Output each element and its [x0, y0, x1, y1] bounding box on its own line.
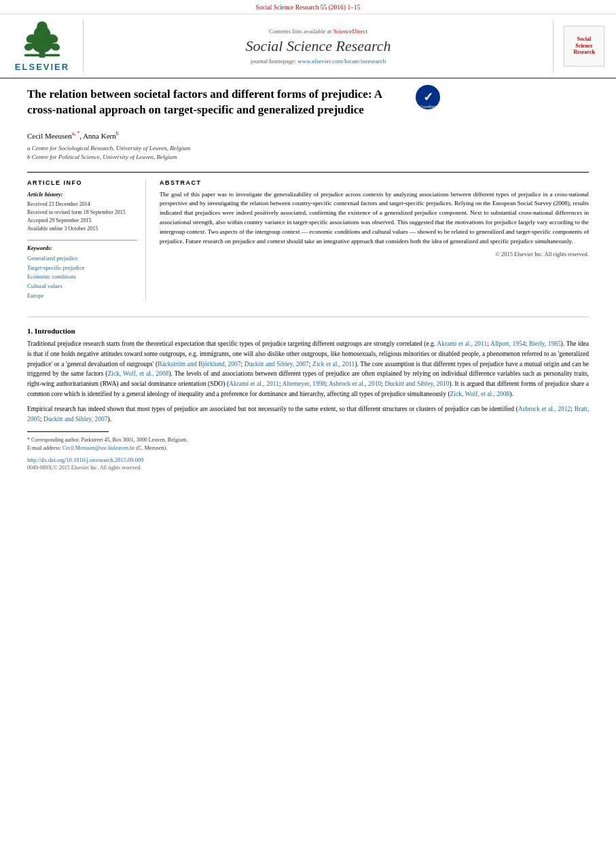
ref-duckitt-2010[interactable]: Duckitt and Sibley, 2010 [385, 380, 450, 387]
revised-date: Received in revised form 18 September 20… [27, 209, 137, 217]
received-date: Received 23 December 2014 [27, 200, 137, 209]
intro-paragraph-2: Empirical research has indeed shown that… [27, 404, 589, 424]
sciencedirect-link[interactable]: ScienceDirect [333, 28, 367, 35]
ref-backstrom[interactable]: Bäckström and Björklund, 2007 [158, 361, 241, 368]
homepage-link[interactable]: www.elsevier.com/locate/ssresearch [297, 58, 386, 65]
corresponding-footnote: * Corresponding author. Parkstreet 45, B… [27, 436, 589, 444]
ref-bierly-1985[interactable]: Bierly, 1985 [529, 340, 561, 347]
accepted-date: Accepted 29 September 2015 [27, 217, 137, 225]
footnotes: * Corresponding author. Parkstreet 45, B… [0, 436, 616, 452]
ref-altemeyer[interactable]: Altemeyer, 1998 [283, 380, 326, 387]
issn-line: 0049-089X/© 2015 Elsevier Inc. All right… [0, 465, 616, 476]
social-science-research-logo: SocialScienceResearch [564, 26, 604, 67]
keywords-section: Keywords: Generalized prejudice Target-s… [27, 240, 137, 300]
elsevier-tree-icon [18, 20, 66, 60]
available-date: Available online 3 October 2015 [27, 225, 137, 233]
intro-paragraph-1: Traditional prejudice research starts fr… [27, 339, 589, 399]
abstract-text: The goal of this paper was to investigat… [160, 190, 589, 247]
article-info-abstract: ARTICLE INFO Article history: Received 2… [27, 172, 589, 301]
journal-logo-box: SocialScienceResearch [560, 20, 608, 72]
copyright: © 2015 Elsevier Inc. All rights reserved… [160, 251, 589, 257]
email-footnote: E-mail address: Cecil.Meeusen@soc.kuleuv… [27, 444, 589, 452]
affiliation-a: a Centre for Sociological Research, Univ… [27, 144, 589, 154]
journal-homepage: journal homepage: www.elsevier.com/locat… [251, 58, 386, 65]
ref-duckitt-2007[interactable]: Duckitt and Sibley, 2007 [244, 361, 309, 368]
doi-link[interactable]: http://dx.doi.org/10.1016/j.ssresearch.2… [27, 457, 143, 463]
journal-header: ELSEVIER Contents lists available at Sci… [0, 14, 616, 79]
email-link[interactable]: Cecil.Meeusen@soc.kuleuven.be [62, 445, 135, 451]
ref-akrami-2011[interactable]: Akrami et al., 2011 [437, 340, 487, 347]
ref-allport-1954[interactable]: Allport, 1954 [490, 340, 525, 347]
footnote-divider [27, 431, 109, 432]
affiliation-b: b Centre for Political Science, Universi… [27, 153, 589, 162]
svg-rect-8 [24, 54, 60, 57]
article-info-heading: ARTICLE INFO [27, 179, 137, 186]
elsevier-wordmark: ELSEVIER [15, 62, 69, 72]
elsevier-logo: ELSEVIER [8, 20, 76, 72]
journal-citation: Social Science Research 55 (2016) 1–15 [256, 4, 361, 11]
keyword-3: Economic conditions [27, 272, 137, 282]
ref-duckitt-sibley[interactable]: Duckitt and Sibley, 2007 [43, 416, 107, 423]
svg-text:CrossMark: CrossMark [420, 105, 437, 109]
sciencedirect-line: Contents lists available at ScienceDirec… [269, 28, 367, 35]
ref-bratt-2005[interactable]: Bratt, 2005 [27, 406, 589, 423]
affiliations: a Centre for Sociological Research, Univ… [27, 144, 589, 162]
ref-akrami2[interactable]: Akrami et al., 2011 [229, 380, 279, 387]
ref-zick-wolf-2008[interactable]: Zick, Wolf, et al., 2008 [108, 370, 169, 377]
article-container: The relation between societal factors an… [0, 79, 616, 307]
keywords-label: Keywords: [27, 245, 137, 251]
doi-section: http://dx.doi.org/10.1016/j.ssresearch.2… [0, 452, 616, 465]
section-divider [27, 317, 589, 317]
keyword-4: Cultural values [27, 282, 137, 291]
journal-title: Social Science Research [245, 37, 391, 55]
ref-asbrock-2010[interactable]: Asbrock et al., 2010 [329, 380, 381, 387]
svg-text:✓: ✓ [423, 90, 433, 104]
keyword-2: Target-specific prejudice [27, 264, 137, 273]
article-title: The relation between societal factors an… [27, 87, 407, 118]
ref-asbrock-2012[interactable]: Asbrock et al., 2012 [518, 406, 571, 412]
abstract-column: ABSTRACT The goal of this paper was to i… [160, 179, 589, 301]
svg-point-3 [37, 21, 48, 32]
keyword-1: Generalized prejudice [27, 254, 137, 264]
main-content: 1. Introduction Traditional prejudice re… [0, 327, 616, 425]
journal-citation-bar: Social Science Research 55 (2016) 1–15 [0, 0, 616, 14]
ref-zick-wolf2[interactable]: Zick, Wolf, et al., 2008 [450, 391, 510, 397]
ref-zick-2011[interactable]: Zick et al., 2011 [312, 361, 355, 368]
article-history: Article history: Received 23 December 20… [27, 190, 137, 234]
article-info-column: ARTICLE INFO Article history: Received 2… [27, 179, 146, 301]
authors-line: Cecil Meeusena, *, Anna Kernb [27, 130, 589, 140]
keyword-5: Europe [27, 291, 137, 301]
journal-header-center: Contents lists available at ScienceDirec… [83, 20, 554, 72]
intro-heading: 1. Introduction [27, 327, 589, 335]
crossmark-icon[interactable]: ✓ CrossMark [414, 84, 440, 109]
abstract-heading: ABSTRACT [160, 179, 589, 186]
